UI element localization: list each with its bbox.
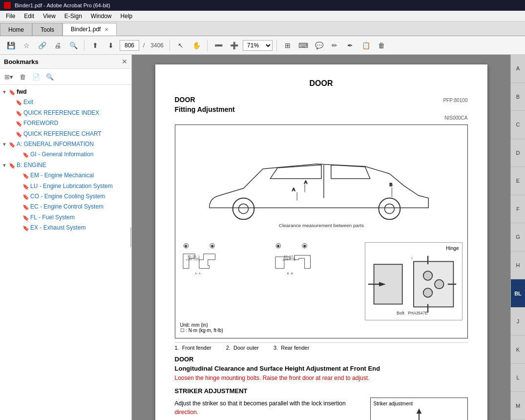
sidebar-letter-bl[interactable]: BL [511,279,525,308]
sidebar-letter-j[interactable]: J [511,308,525,336]
bookmark-icon-qrc: 🔖 [16,130,22,138]
hand-tool-button[interactable]: ✋ [189,39,203,52]
cursor-tool-button[interactable]: ↖ [174,39,188,52]
menu-window[interactable]: Window [87,12,116,21]
subsection-title: Fitting Adjustment [175,105,468,113]
part-1: 1. Front fender [175,345,211,351]
svg-text:③: ③ [303,245,306,248]
stamp-button[interactable]: 📋 [359,39,373,52]
tab-tools[interactable]: Tools [32,23,63,36]
tree-item-ec[interactable]: 🔖 EC - Engine Control System [0,202,131,212]
sidebar-letter-e[interactable]: E [511,167,525,195]
main-diagram: A A B Clearance measurement between part… [175,125,468,338]
separator4 [276,40,277,51]
comment-button[interactable]: 💬 [312,39,326,52]
tree-item-qrc[interactable]: 🔖 QUICK REFERENCE CHART [0,129,131,139]
bookmarks-header: Bookmarks ✕ [0,55,131,69]
bm-search-btn[interactable]: 🔍 [44,71,56,83]
svg-text:B: B [389,182,392,187]
fit-page-button[interactable]: ⊞ [281,39,294,52]
svg-point-0 [232,198,254,220]
page-number-input[interactable] [120,40,139,51]
highlight-button[interactable]: ✏ [328,39,341,52]
tree-arrow-fwd[interactable]: ▼ [2,88,9,96]
menu-esign[interactable]: E-Sign [61,12,86,21]
bookmarks-panel: Bookmarks ✕ ⊞▾ 🗑 📄 🔍 ▼ 🔖 fwd 🔖 Exit [0,55,132,420]
menu-view[interactable]: View [39,12,60,21]
sidebar-letter-l[interactable]: L [511,364,525,392]
bookmark-icon-fwd: 🔖 [9,88,16,96]
unit-note: Unit: mm (in) ☐ : N·m (kg·m, ft·lb) [180,322,462,333]
menu-edit[interactable]: Edit [20,12,38,21]
svg-text:②: ② [211,245,213,248]
svg-text:↑: ↑ [411,256,413,261]
tree-label-engine: B: ENGINE [16,161,129,169]
svg-rect-33 [414,262,453,307]
sign-button[interactable]: ✒ [343,39,357,52]
bookmarks-close-icon[interactable]: ✕ [122,58,127,65]
svg-point-2 [378,198,400,220]
bm-new-btn[interactable]: 📄 [30,71,42,83]
sidebar-letter-d[interactable]: D [511,139,525,168]
svg-marker-55 [417,409,420,413]
svg-point-36 [435,280,444,289]
sidebar-letter-b[interactable]: B [511,83,525,111]
tree-item-fl[interactable]: 🔖 FL - Fuel System [0,212,131,223]
bookmark-icon-lu: 🔖 [22,182,29,190]
tree-item-co[interactable]: 🔖 CO - Engine Cooling System [0,191,131,202]
find-button[interactable]: 🔍 [66,39,80,52]
striker-text: Adjust the striker so that it becomes pa… [175,398,365,420]
sidebar-letter-f[interactable]: F [511,195,525,224]
sidebar-letter-c[interactable]: C [511,111,525,139]
menu-help[interactable]: Help [117,12,137,21]
zoom-out-button[interactable]: ➖ [211,39,225,52]
svg-text:B - B: B - B [287,272,293,275]
sidebar-letter-g[interactable]: G [511,223,525,252]
app-icon [4,2,11,9]
delete-button[interactable]: 🗑 [375,39,388,52]
tree-arrow-gen[interactable]: ▼ [2,140,9,148]
sidebar-letter-m[interactable]: M [511,392,525,420]
bookmark-icon-ec: 🔖 [22,203,29,211]
sidebar-letter-k[interactable]: K [511,336,525,364]
next-page-button[interactable]: ⬇ [104,39,118,52]
tree-arrow-engine[interactable]: ▼ [2,161,9,169]
prev-page-button[interactable]: ⬆ [88,39,102,52]
tree-item-ex[interactable]: 🔖 EX - Exhaust System [0,223,131,233]
bm-delete-btn[interactable]: 🗑 [17,71,28,83]
sidebar-letter-a[interactable]: A [511,55,525,83]
svg-text:(0.138 - 0.217): (0.138 - 0.217) [186,258,200,261]
tree-item-em[interactable]: 🔖 EM - Engine Mechanical [0,170,131,181]
tree-item-exit[interactable]: 🔖 Exit [0,97,131,107]
tree-label-lu: LU - Engine Lubrication System [29,182,129,190]
tab-home[interactable]: Home [0,23,32,36]
bookmark-icon-em: 🔖 [22,171,29,180]
tree-item-gen-info[interactable]: ▼ 🔖 A: GENERAL INFORMATION [0,139,131,149]
menu-file[interactable]: File [2,12,19,21]
menu-bar: File Edit View E-Sign Window Help [0,11,525,21]
tree-item-fwd[interactable]: ▼ 🔖 fwd [0,87,131,97]
tab-binder1[interactable]: Binder1.pdf ✕ [63,23,117,36]
bm-expand-btn[interactable]: ⊞▾ [3,71,15,83]
pdf-area[interactable]: DOOR DOOR PFP:80100 Fitting Adjustment N… [132,55,510,420]
print-button[interactable]: 🖨 [51,39,64,52]
tree-item-foreword[interactable]: 🔖 FOREWORD [0,118,131,128]
tree-label-gi: GI - General Information [29,150,129,159]
keyboard-button[interactable]: ⌨ [296,39,310,52]
bookmark-button[interactable]: ☆ [20,39,33,52]
bookmark-icon-gi: 🔖 [22,150,29,159]
tree-label-em: EM - Engine Mechanical [29,171,129,180]
tree-item-qri[interactable]: 🔖 QUICK REFERENCE INDEX [0,108,131,118]
save-button[interactable]: 💾 [4,39,18,52]
sidebar-letter-h[interactable]: H [511,252,525,280]
zoom-in-button[interactable]: ➕ [227,39,241,52]
zoom-select[interactable]: 71% 50% 75% 100% 125% 150% [243,40,273,51]
tree-item-lu[interactable]: 🔖 LU - Engine Lubrication System [0,181,131,191]
bookmarks-tree[interactable]: ▼ 🔖 fwd 🔖 Exit 🔖 QUICK REFERENCE INDEX [0,85,131,420]
tree-item-engine[interactable]: ▼ 🔖 B: ENGINE [0,160,131,170]
tree-item-gi[interactable]: 🔖 GI - General Information [0,149,131,160]
attach-button[interactable]: 🔗 [35,39,49,52]
total-pages: 3406 [150,42,164,49]
tab-close-icon[interactable]: ✕ [105,27,108,32]
tree-label-exit: Exit [22,98,129,106]
